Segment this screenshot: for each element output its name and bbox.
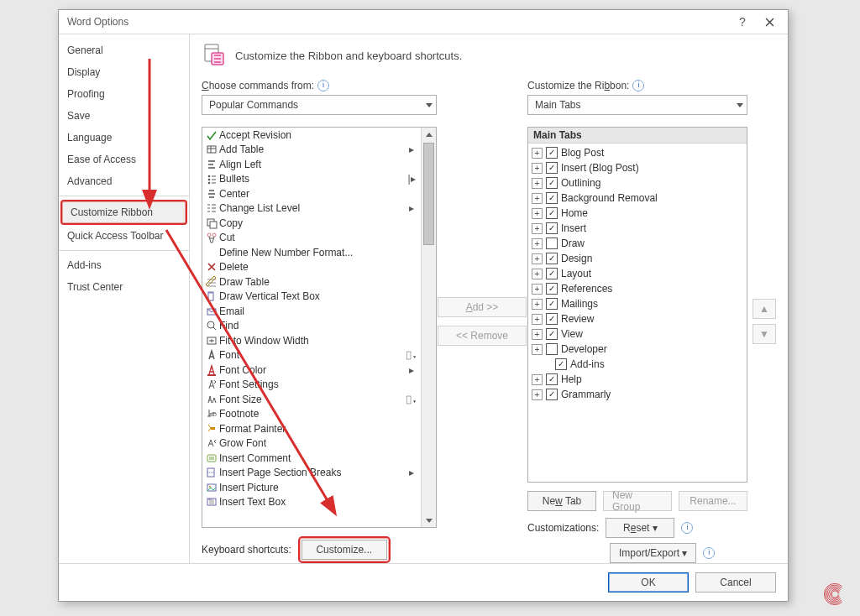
reset-button[interactable]: Reset ▾ xyxy=(606,518,674,538)
checkbox[interactable] xyxy=(546,268,558,279)
ribbon-tab-item[interactable]: +Grammarly xyxy=(528,387,747,402)
info-icon[interactable]: i xyxy=(681,522,693,534)
command-item[interactable]: Change List Level▸ xyxy=(202,201,421,217)
expander-icon[interactable]: + xyxy=(532,148,543,159)
command-item[interactable]: Define New Number Format... xyxy=(202,245,421,260)
new-tab-button[interactable]: New Tab xyxy=(527,491,596,511)
command-item[interactable]: Accept Revision xyxy=(202,128,421,143)
checkbox[interactable] xyxy=(546,298,558,310)
checkbox[interactable] xyxy=(546,222,558,234)
checkbox[interactable] xyxy=(546,373,558,385)
command-item[interactable]: Delete xyxy=(202,260,421,275)
rename-button[interactable]: Rename... xyxy=(679,491,747,511)
command-item[interactable]: Draw Vertical Text Box xyxy=(202,290,421,305)
command-item[interactable]: Insert Text Box xyxy=(202,495,421,510)
expander-icon[interactable]: + xyxy=(532,329,543,340)
expander-icon[interactable]: + xyxy=(532,208,543,219)
checkbox[interactable] xyxy=(546,162,558,174)
sidebar-item-advanced[interactable]: Advanced xyxy=(59,170,189,192)
command-item[interactable]: Find xyxy=(202,319,421,334)
move-up-button[interactable]: ▲ xyxy=(752,299,776,319)
checkbox[interactable] xyxy=(546,343,558,355)
commands-listbox[interactable]: Accept RevisionAdd Table▸Align LeftBulle… xyxy=(202,127,437,528)
command-item[interactable]: Font Size⌷▾ xyxy=(202,392,421,407)
expander-icon[interactable]: + xyxy=(532,284,543,295)
command-item[interactable]: Draw Table xyxy=(202,274,421,290)
sidebar-item-language[interactable]: Language xyxy=(59,127,189,149)
command-item[interactable]: Cut xyxy=(202,231,421,246)
expander-icon[interactable]: + xyxy=(532,389,543,400)
expander-icon[interactable]: + xyxy=(532,314,543,325)
choose-commands-combo[interactable]: Popular Commands xyxy=(202,95,437,115)
expander-icon[interactable]: + xyxy=(532,374,543,385)
remove-button[interactable]: << Remove xyxy=(438,326,527,346)
command-item[interactable]: Insert Picture xyxy=(202,480,421,495)
sidebar-item-general[interactable]: General xyxy=(59,39,189,61)
ribbon-tab-item[interactable]: +Design xyxy=(528,251,747,266)
command-item[interactable]: Insert Comment xyxy=(202,451,421,466)
ribbon-tab-item[interactable]: +Review xyxy=(528,311,747,326)
sidebar-item-trust-center[interactable]: Trust Center xyxy=(59,276,189,298)
expander-icon[interactable]: + xyxy=(532,178,543,189)
command-item[interactable]: Add Table▸ xyxy=(202,143,421,158)
ribbon-tab-item[interactable]: +Outlining xyxy=(528,175,747,191)
command-item[interactable]: Font Color▸ xyxy=(202,363,421,378)
scroll-down-button[interactable] xyxy=(422,514,436,527)
sidebar-item-ease-of-access[interactable]: Ease of Access xyxy=(59,149,189,170)
ribbon-tab-item[interactable]: +Developer xyxy=(528,342,747,357)
new-group-button[interactable]: New Group xyxy=(603,491,672,511)
command-item[interactable]: Bullets|▸ xyxy=(202,172,421,187)
close-button[interactable] xyxy=(756,13,783,31)
sidebar-item-proofing[interactable]: Proofing xyxy=(59,83,189,105)
checkbox[interactable] xyxy=(546,328,558,340)
ribbon-tab-item[interactable]: +Home xyxy=(528,206,747,221)
checkbox[interactable] xyxy=(546,192,558,204)
command-item[interactable]: abFootnote xyxy=(202,407,421,422)
checkbox[interactable] xyxy=(546,177,558,189)
ribbon-tab-item[interactable]: +Mailings xyxy=(528,296,747,311)
ribbon-tab-item[interactable]: +References xyxy=(528,281,747,296)
import-export-button[interactable]: Import/Export ▾ xyxy=(610,543,696,563)
sidebar-item-quick-access-toolbar[interactable]: Quick Access Toolbar xyxy=(59,225,189,247)
keyboard-customize-button[interactable]: Customize... xyxy=(302,540,387,560)
command-item[interactable]: Font Settings xyxy=(202,378,421,393)
expander-icon[interactable]: + xyxy=(532,344,543,355)
ribbon-tab-item[interactable]: Add-ins xyxy=(528,357,747,372)
checkbox[interactable] xyxy=(546,283,558,295)
checkbox[interactable] xyxy=(546,238,558,249)
ribbon-tab-item[interactable]: +Insert (Blog Post) xyxy=(528,160,747,175)
info-icon[interactable]: i xyxy=(317,80,329,91)
sidebar-item-customize-ribbon[interactable]: Customize Ribbon xyxy=(60,200,187,225)
command-item[interactable]: Copy xyxy=(202,216,421,231)
command-item[interactable]: Fit to Window Width xyxy=(202,333,421,348)
checkbox[interactable] xyxy=(546,147,558,159)
expander-icon[interactable]: + xyxy=(532,223,543,234)
command-item[interactable]: Format Painter xyxy=(202,421,421,436)
ribbon-tab-item[interactable]: +Help xyxy=(528,372,747,387)
ribbon-tab-item[interactable]: +Draw xyxy=(528,236,747,251)
command-item[interactable]: Align Left xyxy=(202,157,421,172)
ribbon-tab-item[interactable]: +View xyxy=(528,326,747,342)
info-icon[interactable]: i xyxy=(703,547,715,559)
ribbon-tab-item[interactable]: +Insert xyxy=(528,221,747,236)
checkbox[interactable] xyxy=(546,313,558,325)
scroll-up-button[interactable] xyxy=(422,128,436,141)
checkbox[interactable] xyxy=(546,253,558,264)
sidebar-item-display[interactable]: Display xyxy=(59,61,189,83)
expander-icon[interactable]: + xyxy=(532,163,543,174)
customize-ribbon-combo[interactable]: Main Tabs xyxy=(527,95,747,115)
expander-icon[interactable]: + xyxy=(532,193,543,204)
move-down-button[interactable]: ▼ xyxy=(752,324,776,344)
expander-icon[interactable]: + xyxy=(532,299,543,310)
ribbon-tab-item[interactable]: +Background Removal xyxy=(528,191,747,206)
checkbox[interactable] xyxy=(546,389,558,400)
ribbon-tab-item[interactable]: +Layout xyxy=(528,266,747,281)
info-icon[interactable]: i xyxy=(632,80,644,91)
commands-scrollbar[interactable] xyxy=(421,128,436,527)
expander-icon[interactable]: + xyxy=(532,253,543,264)
ribbon-tabs-tree[interactable]: Main Tabs +Blog Post+Insert (Blog Post)+… xyxy=(527,127,747,483)
command-item[interactable]: Insert Page Section Breaks▸ xyxy=(202,466,421,481)
ribbon-tab-item[interactable]: +Blog Post xyxy=(528,145,747,160)
command-item[interactable]: Center xyxy=(202,186,421,201)
add-button[interactable]: Add >> xyxy=(438,297,527,317)
